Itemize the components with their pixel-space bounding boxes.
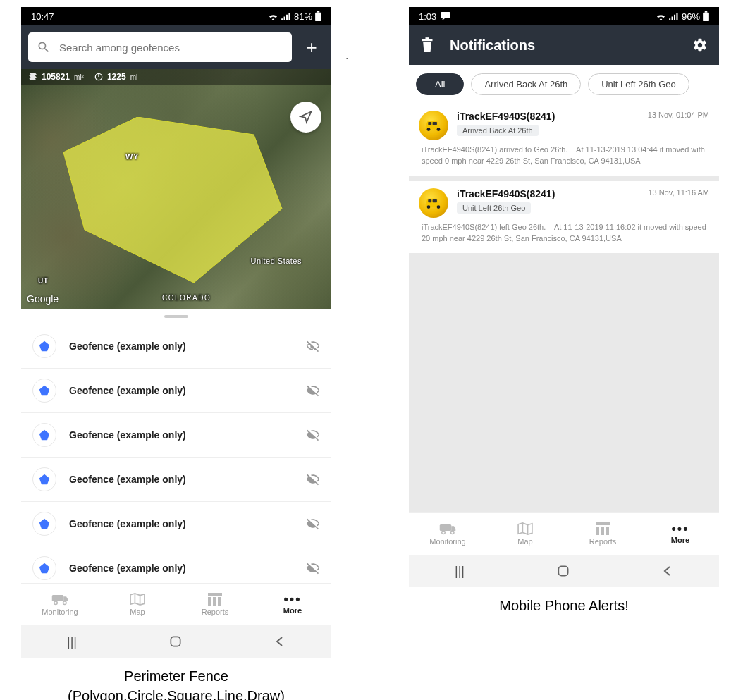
page-title: Notifications — [450, 37, 677, 54]
chip-all[interactable]: All — [416, 73, 464, 95]
reports-icon — [208, 593, 222, 606]
pentagon-icon — [32, 334, 56, 358]
chip-arrived[interactable]: Arrived Back At 26th — [471, 73, 581, 95]
visibility-off-icon[interactable] — [306, 383, 320, 398]
system-nav: ||| — [409, 555, 719, 587]
visibility-off-icon[interactable] — [306, 339, 320, 353]
nav-monitoring[interactable]: Monitoring — [21, 584, 99, 625]
filter-chips: All Arrived Back At 26th Unit Left 26th … — [409, 65, 719, 104]
svg-marker-11 — [39, 474, 49, 484]
svg-rect-43 — [596, 527, 599, 535]
svg-marker-8 — [39, 341, 49, 351]
map-label-wy: WY — [125, 152, 139, 161]
pentagon-icon — [32, 423, 56, 447]
geofence-list-item[interactable]: Geofence (example only) — [21, 324, 331, 369]
nav-map[interactable]: Map — [486, 513, 564, 555]
nav-reports[interactable]: Reports — [564, 513, 641, 555]
svg-point-37 — [427, 205, 431, 209]
vehicle-avatar — [419, 111, 448, 140]
svg-rect-4 — [317, 11, 320, 13]
nav-monitoring[interactable]: Monitoring — [409, 513, 486, 555]
svg-rect-14 — [52, 595, 64, 601]
svg-rect-5 — [315, 13, 321, 21]
svg-point-40 — [442, 531, 446, 534]
drag-handle[interactable] — [21, 309, 331, 324]
svg-point-34 — [437, 128, 441, 131]
trash-icon[interactable] — [420, 37, 434, 53]
add-geofence-button[interactable]: + — [299, 32, 324, 62]
van-icon — [51, 593, 68, 606]
visibility-off-icon[interactable] — [306, 517, 320, 531]
svg-rect-17 — [208, 593, 222, 596]
locate-me-button[interactable] — [290, 102, 321, 133]
notification-card[interactable]: iTrackEF4940S(8241) Unit Left 26th Geo 1… — [409, 181, 719, 253]
recents-button[interactable]: ||| — [455, 564, 465, 579]
card-title: iTrackEF4940S(8241) — [457, 188, 639, 199]
geofence-list-item[interactable]: Geofence (example only) — [21, 413, 331, 458]
signal-icon — [669, 13, 679, 20]
geofence-list-item[interactable]: Geofence (example only) — [21, 546, 331, 583]
nav-reports[interactable]: Reports — [176, 584, 254, 625]
pentagon-icon — [32, 556, 56, 580]
geofence-polygon[interactable] — [56, 117, 289, 293]
caption-left: Perimeter Fence (Polygon,Circle,Square,L… — [21, 666, 331, 700]
svg-rect-18 — [208, 597, 211, 606]
svg-point-38 — [437, 205, 441, 209]
svg-rect-42 — [596, 522, 610, 525]
svg-rect-36 — [433, 199, 437, 202]
recents-button[interactable]: ||| — [67, 634, 77, 649]
van-icon — [439, 522, 456, 535]
reports-icon — [596, 522, 610, 535]
notifications-header: Notifications — [409, 25, 719, 65]
geofence-list-item[interactable]: Geofence (example only) — [21, 458, 331, 502]
nav-more[interactable]: ••• More — [641, 513, 719, 555]
pentagon-icon — [32, 512, 56, 536]
map-label-colorado: COLORADO — [162, 294, 211, 302]
map-icon — [130, 593, 145, 606]
svg-point-41 — [451, 531, 455, 534]
notification-card[interactable]: iTrackEF4940S(8241) Arrived Back At 26th… — [409, 104, 719, 176]
card-body: iTrackEF4940S(8241) arrived to Geo 26th.… — [419, 145, 709, 167]
search-input[interactable] — [58, 41, 283, 54]
card-body: iTrackEF4940S(8241) left Geo 26th. At 11… — [419, 222, 709, 245]
back-button[interactable] — [274, 636, 285, 647]
status-battery: 96% — [682, 11, 700, 22]
visibility-off-icon[interactable] — [306, 428, 320, 442]
nav-map[interactable]: Map — [99, 584, 176, 625]
svg-marker-9 — [39, 386, 49, 395]
map-label-us: United States — [250, 257, 302, 265]
status-bar: 10:47 81% — [21, 7, 331, 25]
svg-rect-28 — [703, 13, 709, 21]
svg-rect-2 — [286, 14, 288, 20]
separator-dot: . — [345, 49, 348, 62]
map-view[interactable]: 105821mi² 1225mi WY UT COLORADO United S… — [21, 69, 331, 309]
nav-more[interactable]: ••• More — [254, 584, 331, 625]
vehicle-avatar — [419, 188, 448, 218]
svg-rect-32 — [433, 122, 437, 125]
geofence-list-item[interactable]: Geofence (example only) — [21, 369, 331, 413]
system-nav: ||| — [21, 625, 331, 658]
home-button[interactable] — [556, 564, 570, 578]
home-button[interactable] — [168, 634, 183, 649]
svg-marker-10 — [39, 430, 49, 440]
map-stats-overlay: 105821mi² 1225mi — [21, 69, 331, 85]
svg-rect-25 — [674, 14, 675, 20]
svg-rect-46 — [558, 566, 567, 575]
svg-rect-29 — [422, 39, 433, 42]
visibility-off-icon[interactable] — [306, 472, 320, 486]
geofence-list-item[interactable]: Geofence (example only) — [21, 502, 331, 546]
status-time: 10:47 — [31, 11, 54, 22]
notification-list: iTrackEF4940S(8241) Arrived Back At 26th… — [409, 104, 719, 512]
map-icon — [517, 522, 533, 535]
svg-rect-24 — [672, 16, 673, 20]
search-box[interactable] — [28, 32, 292, 62]
chip-left[interactable]: Unit Left 26th Geo — [588, 73, 689, 95]
phone-notifications: 1:03 96% Notifications All Arrived Back … — [409, 7, 719, 700]
perimeter-icon — [94, 72, 104, 82]
signal-icon — [281, 13, 291, 20]
back-button[interactable] — [662, 565, 673, 577]
settings-icon[interactable] — [692, 37, 708, 53]
bottom-nav: Monitoring Map Reports ••• More — [409, 512, 719, 555]
visibility-off-icon[interactable] — [306, 561, 320, 575]
bottom-nav: Monitoring Map Reports ••• More — [21, 583, 331, 625]
